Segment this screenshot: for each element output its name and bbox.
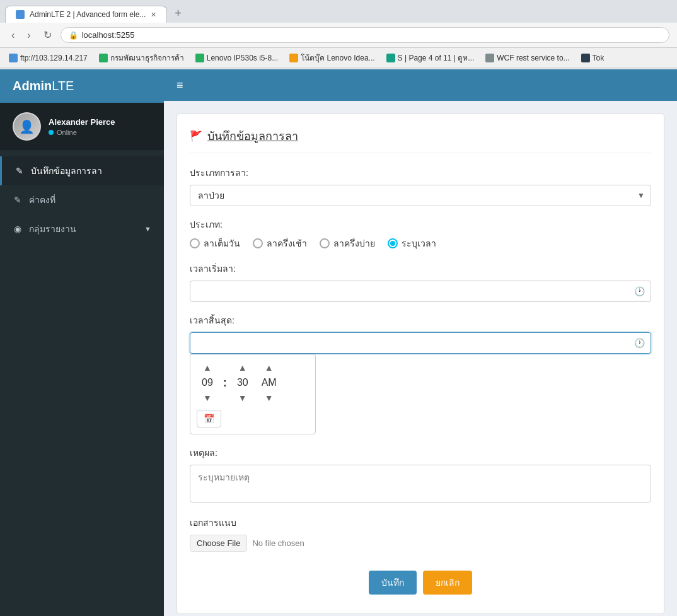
bookmark-item[interactable]: S | Page 4 of 11 | ดูห...: [383, 50, 478, 65]
start-time-label: เวลาเริ่มลา:: [190, 262, 651, 276]
sidebar-item-label: บันทึกข้อมูลการลา: [31, 164, 102, 178]
sidebar-item-constants[interactable]: ✎ ค่าคงที่: [0, 185, 164, 214]
bookmark-icon: [289, 54, 298, 62]
bookmark-icon: [9, 54, 18, 62]
refresh-button[interactable]: ↻: [40, 28, 55, 42]
bookmark-item[interactable]: กรมพัฒนาธุรกิจการค้า: [95, 50, 188, 65]
start-time-input[interactable]: [190, 281, 651, 302]
active-browser-tab[interactable]: AdminLTE 2 | Advanced form ele... ✕: [5, 6, 167, 23]
bookmark-icon: [581, 54, 590, 62]
clock-icon: 🕐: [634, 338, 645, 348]
start-time-input-wrapper: 🕐: [190, 281, 651, 302]
radio-label-specify: ระบุเวลา: [402, 236, 436, 250]
sidebar-item-label: กลุ่มรายงาน: [29, 222, 76, 236]
period-type-group: ประเภท: ลาเต็มวัน ลาครึ่งเช้า ลาครึ่ง: [190, 218, 651, 250]
end-time-label: เวลาสิ้นสุด:: [190, 313, 651, 327]
cancel-button[interactable]: ยกเลิก: [423, 571, 472, 595]
bookmarks-bar: ftp://103.129.14.217 กรมพัฒนาธุรกิจการค้…: [0, 48, 677, 68]
radio-label-morning: ลาครึ่งเช้า: [267, 236, 307, 250]
bookmark-label: โน้ตบุ๊ค Lenovo Idea...: [301, 52, 374, 64]
bookmark-icon: [195, 54, 204, 62]
bookmark-icon: [99, 54, 108, 62]
status-text: Online: [57, 129, 77, 136]
tab-title: AdminLTE 2 | Advanced form ele...: [30, 10, 146, 19]
start-time-group: เวลาเริ่มลา: 🕐: [190, 262, 651, 302]
bookmark-label: WCF rest service to...: [497, 54, 569, 62]
lock-icon: 🔒: [69, 31, 78, 40]
address-bar[interactable]: 🔒 localhost:5255: [61, 27, 669, 43]
avatar: 👤: [13, 112, 41, 141]
file-name-display: No file chosen: [252, 538, 304, 548]
top-navigation: ≡: [164, 69, 677, 101]
sidebar-item-label: ค่าคงที่: [29, 193, 55, 207]
end-time-input-wrapper: 🕐: [190, 332, 651, 354]
reason-label: เหตุผล:: [190, 446, 651, 460]
radio-afternoon-half[interactable]: ลาครึ่งบ่าย: [320, 236, 375, 250]
user-status: Online: [49, 129, 115, 136]
forward-button[interactable]: ›: [23, 28, 34, 42]
radio-group-period: ลาเต็มวัน ลาครึ่งเช้า ลาครึ่งบ่าย ร: [190, 236, 651, 250]
user-info: Alexander Pierce Online: [49, 117, 115, 136]
bookmark-item[interactable]: Lenovo IP530s i5-8...: [192, 52, 282, 64]
bookmark-item[interactable]: โน้ตบุ๊ค Lenovo Idea...: [286, 50, 378, 65]
leave-type-select[interactable]: ลาป่วย ลากิจ ลาพักร้อน: [190, 185, 651, 206]
end-time-input[interactable]: [190, 332, 651, 354]
sidebar-item-save-leave[interactable]: ✎ บันทึกข้อมูลการลา: [0, 156, 164, 185]
file-input-wrapper: Choose File No file chosen: [190, 535, 651, 552]
sidebar: AdminLTE 👤 Alexander Pierce Online ✎ บัน…: [0, 69, 164, 616]
edit-icon: ✎: [13, 195, 23, 205]
radio-full-day[interactable]: ลาเต็มวัน: [190, 236, 240, 250]
back-button[interactable]: ‹: [8, 28, 18, 42]
ampm-up-button[interactable]: ▲: [258, 361, 280, 375]
period-label: ประเภท:: [190, 218, 651, 231]
radio-specify-time[interactable]: ระบุเวลา: [388, 236, 436, 250]
hour-down-button[interactable]: ▼: [197, 391, 218, 405]
url-text: localhost:5255: [82, 30, 135, 40]
document-group: เอกสารแนบ Choose File No file chosen: [190, 516, 651, 552]
radio-circle-full-day: [190, 238, 200, 248]
new-tab-button[interactable]: +: [170, 4, 187, 23]
content-area: 🚩 บันทึกข้อมูลการลา ประเภทการลา: ลาป่วย …: [164, 101, 677, 616]
action-buttons: บันทึก ยกเลิก: [190, 571, 651, 601]
radio-circle-afternoon: [320, 238, 330, 248]
brand-text: AdminLTE: [13, 79, 74, 93]
radio-circle-morning: [253, 238, 263, 248]
bookmark-label: Tok: [593, 54, 605, 62]
ampm-down-button[interactable]: ▼: [258, 391, 280, 405]
minute-value: 30: [233, 377, 252, 388]
choose-file-button[interactable]: Choose File: [190, 535, 247, 552]
minute-down-button[interactable]: ▼: [232, 391, 253, 405]
reason-textarea[interactable]: [190, 465, 651, 503]
hour-up-button[interactable]: ▲: [197, 361, 218, 375]
sidebar-user: 👤 Alexander Pierce Online: [0, 103, 164, 150]
bookmark-item[interactable]: ftp://103.129.14.217: [5, 52, 91, 64]
bookmark-label: Lenovo IP530s i5-8...: [207, 54, 278, 62]
flag-icon: 🚩: [190, 130, 202, 142]
radio-morning-half[interactable]: ลาครึ่งเช้า: [253, 236, 307, 250]
radio-circle-specify: [388, 238, 398, 248]
hour-spinner: ▲ 09 ▼: [197, 361, 218, 405]
hamburger-button[interactable]: ≡: [173, 76, 187, 95]
time-picker-row: ▲ 09 ▼ : ▲ 30 ▼: [197, 361, 309, 405]
page-title-section: 🚩 บันทึกข้อมูลการลา: [190, 127, 651, 153]
bookmark-icon: [485, 54, 494, 62]
bookmark-label: S | Page 4 of 11 | ดูห...: [398, 52, 475, 64]
bookmark-item[interactable]: WCF rest service to...: [482, 52, 573, 64]
save-button[interactable]: บันทึก: [369, 571, 417, 595]
radio-label-full-day: ลาเต็มวัน: [204, 236, 240, 250]
calendar-button[interactable]: 📅: [197, 410, 221, 427]
time-separator: :: [223, 376, 227, 390]
sidebar-item-reports[interactable]: ◉ กลุ่มรายงาน ▼: [0, 214, 164, 243]
end-time-group: เวลาสิ้นสุด: 🕐 ▲ 09 ▼: [190, 313, 651, 434]
radio-label-afternoon: ลาครึ่งบ่าย: [333, 236, 375, 250]
tab-favicon: [16, 10, 25, 19]
tab-close-button[interactable]: ✕: [151, 11, 156, 19]
clock-icon: 🕐: [634, 286, 645, 296]
bookmark-icon: [386, 54, 395, 62]
leave-type-group: ประเภทการลา: ลาป่วย ลากิจ ลาพักร้อน ▼: [190, 166, 651, 206]
edit-icon: ✎: [14, 166, 25, 176]
ampm-value: AM: [262, 377, 277, 388]
minute-up-button[interactable]: ▲: [232, 361, 253, 375]
bookmark-item[interactable]: Tok: [577, 52, 608, 64]
circle-icon: ◉: [13, 224, 23, 234]
